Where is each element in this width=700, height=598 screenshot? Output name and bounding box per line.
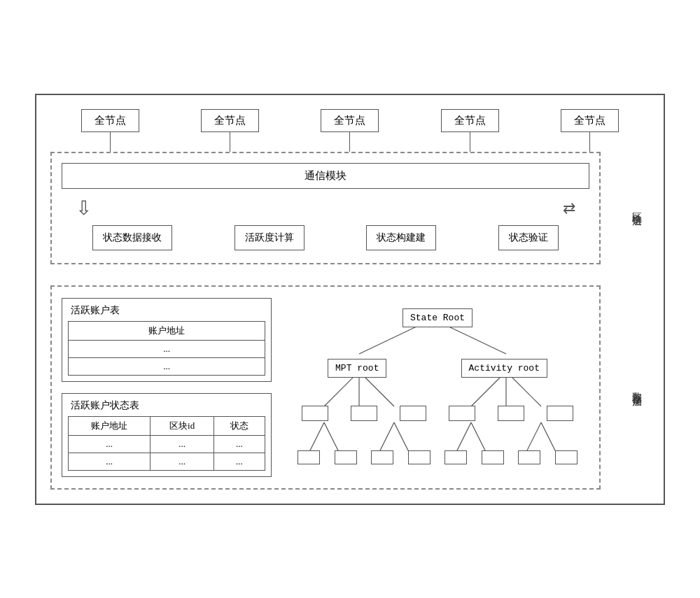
state-row2-col1: ... xyxy=(69,453,150,470)
node-5: 全节点 xyxy=(561,109,619,132)
active-accounts-state-table: 活跃账户状态表 账户地址 区块id 状态 ... xyxy=(62,393,272,477)
layer-gap xyxy=(50,276,650,285)
tree-l2-1 xyxy=(302,406,328,421)
func-state-verify: 状态验证 xyxy=(498,225,559,250)
main-diagram: 全节点 全节点 全节点 全节点 全节点 通信模块 ⇩ ⇄ 状态数据接收 活跃度计… xyxy=(35,94,665,505)
col-addr: 账户地址 xyxy=(69,416,150,435)
tree-l3-5 xyxy=(444,450,467,464)
tree-l3-3 xyxy=(371,450,393,464)
state-row2-col3: ... xyxy=(214,453,265,470)
tree-l3-4 xyxy=(408,450,430,464)
tree-l2-4 xyxy=(449,406,475,421)
tree-l2-5 xyxy=(498,406,524,421)
row-dots-1: ... xyxy=(69,340,265,357)
active-accounts-inner-table: 账户地址 ... ... xyxy=(68,321,265,376)
tree-l2-6 xyxy=(547,406,573,421)
arrow-down-icon: ⇩ xyxy=(76,199,92,218)
active-accounts-title: 活跃账户表 xyxy=(68,304,265,317)
col-address: 账户地址 xyxy=(69,321,265,340)
state-row1-col2: ... xyxy=(150,435,214,453)
tree-l3-1 xyxy=(298,450,320,464)
node-4: 全节点 xyxy=(441,109,499,132)
state-row1-col1: ... xyxy=(69,435,150,453)
col-state: 状态 xyxy=(214,416,265,435)
arrow-row: ⇩ ⇄ xyxy=(62,199,589,218)
datastorage-layer: 活跃账户表 账户地址 ... ... 活跃账户状态表 xyxy=(50,285,601,490)
tree-activity-root: Activity root xyxy=(461,359,547,378)
active-accounts-table: 活跃账户表 账户地址 ... ... xyxy=(62,298,272,382)
tree-l3-8 xyxy=(555,450,578,464)
state-row1-col3: ... xyxy=(214,435,265,453)
tree-l3-6 xyxy=(482,450,504,464)
row-dots-2: ... xyxy=(69,357,265,375)
tree-mpt-root: MPT root xyxy=(328,359,386,378)
tree-area: State Root MPT root Activity root xyxy=(286,298,589,477)
top-connectors xyxy=(50,132,650,152)
func-state-build: 状态构建建 xyxy=(366,225,436,250)
col-blockid: 区块id xyxy=(150,416,214,435)
top-nodes-row: 全节点 全节点 全节点 全节点 全节点 xyxy=(50,109,650,132)
tree-l3-2 xyxy=(335,450,357,464)
node-1: 全节点 xyxy=(81,109,139,132)
comm-module: 通信模块 xyxy=(62,163,589,189)
tree-root: State Root xyxy=(402,308,472,327)
function-boxes: 状态数据接收 活跃度计算 状态构建建 状态验证 xyxy=(62,225,589,250)
state-inner-table: 账户地址 区块id 状态 ... ... ... xyxy=(68,416,265,471)
arrow-updown-icon: ⇄ xyxy=(563,199,575,218)
state-row2-col2: ... xyxy=(150,453,214,470)
blockchain-layer-label: 区块链层 xyxy=(630,205,643,211)
func-state-receive: 状态数据接收 xyxy=(92,225,172,250)
tree-l2-2 xyxy=(351,406,377,421)
left-tables: 活跃账户表 账户地址 ... ... 活跃账户状态表 xyxy=(62,298,272,477)
node-2: 全节点 xyxy=(201,109,259,132)
blockchain-layer: 通信模块 ⇩ ⇄ 状态数据接收 活跃度计算 状态构建建 状态验证 区块链层 xyxy=(50,152,601,264)
tree-l2-3 xyxy=(400,406,426,421)
tree-l3-7 xyxy=(518,450,540,464)
active-accounts-state-title: 活跃账户状态表 xyxy=(68,399,265,412)
node-3: 全节点 xyxy=(321,109,379,132)
func-activity-calc: 活跃度计算 xyxy=(234,225,304,250)
datastorage-layer-label: 数据存储层 xyxy=(630,384,643,391)
